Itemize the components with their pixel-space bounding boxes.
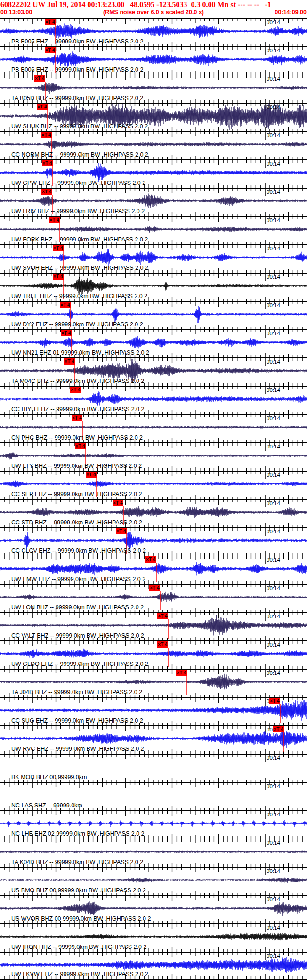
minute-label: 00:14: [267, 19, 280, 25]
waveform: [0, 336, 307, 348]
pick-marker[interactable]: ×T 4: [70, 387, 81, 393]
pick-marker[interactable]: ×T 4: [273, 726, 284, 732]
pick-marker[interactable]: ×T 4: [61, 330, 72, 336]
station-label: CC SUG EHZ -- 99999.0km BW .HIGHPASS 2.0…: [11, 718, 143, 724]
trace-row[interactable]: 00:14UW FORK BHZ -- 99999.0km BW .HIGHPA…: [0, 216, 307, 244]
station-label: US BMO BHZ 00 99999.0km BW .HIGHPASS 2.0…: [11, 888, 146, 894]
station-label: PB B006 EHZ -- 99999.0km BW .HIGHPASS 2.…: [11, 67, 143, 73]
pick-marker[interactable]: ×T 4: [157, 613, 168, 619]
minute-label: 00:14: [267, 189, 280, 195]
pick-marker[interactable]: ×T 4: [60, 302, 71, 308]
trace-row[interactable]: 00:14PB B006 EHZ -- 99999.0km BW .HIGHPA…: [0, 46, 307, 75]
event-summary-line: 60822202 UW Jul 19, 2014 00:13:23.00 48.…: [0, 0, 307, 9]
window-end-time: 00:14:09.00: [275, 9, 307, 16]
trace-row[interactable]: 00:14CC SUG EHZ -- 99999.0km BW .HIGHPAS…: [0, 697, 307, 725]
waveform: [0, 453, 307, 460]
trace-row[interactable]: 00:14UW SHUK BHZ -- 99999.0km BW .HIGHPA…: [0, 103, 307, 131]
waveform: [0, 820, 307, 827]
pick-marker[interactable]: ×T 4: [157, 641, 168, 648]
minute-label: 00:14: [267, 897, 280, 902]
row-divider: [0, 923, 307, 924]
station-label: NC LAS SHZ -- 99999.0km: [11, 803, 82, 809]
trace-row[interactable]: 00:14TA K04D BHZ -- 99999.0km BW .HIGHPA…: [0, 839, 307, 867]
pick-marker[interactable]: ×T 4: [42, 160, 53, 166]
pick-marker[interactable]: ×T 4: [145, 556, 156, 563]
row-divider: [0, 329, 307, 330]
trace-row[interactable]: 00:14UW IRON HHZ -- 99999.0km BW .HIGHPA…: [0, 923, 307, 952]
trace-row[interactable]: 00:14US WVOR BHZ 00 99999.0km BW .HIGHPA…: [0, 895, 307, 923]
pick-marker[interactable]: ×T 4: [45, 19, 56, 25]
pick-marker[interactable]: ×T 4: [72, 415, 82, 421]
waveform: [0, 391, 307, 408]
pick-marker[interactable]: ×T 4: [75, 443, 86, 449]
trace-row[interactable]: 00:14NC LHE EHZ 02 99999.0km BW .HIGHPAS…: [0, 810, 307, 839]
pick-marker[interactable]: ×T 4: [49, 217, 60, 223]
minute-label: 00:14: [267, 642, 280, 648]
trace-row[interactable]: 00:14BK MOD BHZ 00 99999.0km: [0, 754, 307, 782]
row-divider: [0, 414, 307, 415]
trace-row[interactable]: 00:14TA M04C BHZ -- 99999.0km BW .HIGHPA…: [0, 357, 307, 386]
station-label: UW RVC EHZ -- 99999.0km BW .HIGHPASS 2.0…: [11, 746, 144, 752]
minute-label: 00:14: [267, 783, 280, 789]
trace-row[interactable]: 00:14CC VALT BHZ -- 99999.0km BW .HIGHPA…: [0, 612, 307, 640]
station-label: TA B05D BHZ -- 99999.0km BW .HIGHPASS 2.…: [11, 95, 143, 101]
trace-row[interactable]: 00:14UW RVC EHZ -- 99999.0km BW .HIGHPAS…: [0, 725, 307, 754]
pick-marker[interactable]: ×T 4: [37, 104, 48, 110]
trace-row[interactable]: 00:14UW GLDO EHZ -- 99999.0km BW .HIGHPA…: [0, 640, 307, 669]
pick-marker[interactable]: ×T 4: [86, 472, 97, 478]
minute-label: 00:14: [267, 925, 280, 930]
trace-row[interactable]: 00:14US BMO BHZ 00 99999.0km BW .HIGHPAS…: [0, 867, 307, 895]
trace-row[interactable]: 00:14CN PHC BHZ -- 99999.0km BW .HIGHPAS…: [0, 414, 307, 442]
station-label: CC STD BHZ -- 99999.0km BW .HIGHPASS 2.0…: [11, 520, 142, 526]
trace-row[interactable]: 00:14UW TREE HHZ -- 99999.0km BW .HIGHPA…: [0, 273, 307, 301]
waveform: [0, 141, 307, 149]
pick-marker[interactable]: ×T 4: [64, 358, 75, 365]
pick-marker[interactable]: ×T 4: [269, 698, 280, 704]
minute-label: 00:14: [267, 161, 280, 166]
waveform: [0, 481, 307, 488]
trace-row[interactable]: 00:14UW NN21 EHZ 01 99999.0km BW .HIGHPA…: [0, 329, 307, 357]
seismogram-review-window: 60822202 UW Jul 19, 2014 00:13:23.00 48.…: [0, 0, 307, 980]
trace-row[interactable]: 00:14CC CLCV EHZ -- 99999.0km BW .HIGHPA…: [0, 527, 307, 556]
trace-row[interactable]: 00:14CC SEP EHZ -- 99999.0km BW .HIGHPAS…: [0, 471, 307, 499]
trace-row[interactable]: 00:14TA J04D BHZ -- 99999.0km BW .HIGHPA…: [0, 669, 307, 697]
pick-marker[interactable]: ×T 4: [113, 500, 123, 506]
trace-row[interactable]: 00:14TA B05D BHZ -- 99999.0km BW .HIGHPA…: [0, 75, 307, 103]
trace-row[interactable]: 00:14CC STD BHZ -- 99999.0km BW .HIGHPAS…: [0, 499, 307, 527]
station-label: UW FMW EHZ -- 99999.0km BW .HIGHPASS 2.0…: [11, 576, 145, 582]
trace-row[interactable]: 00:14UW DY2 EHZ -- 99999.0km BW .HIGHPAS…: [0, 301, 307, 329]
station-label: UW SVOH EHZ -- 99999.0km BW .HIGHPASS 2.…: [11, 265, 148, 271]
pick-marker[interactable]: ×T 4: [45, 47, 56, 53]
pick-marker[interactable]: ×T 4: [149, 585, 160, 591]
station-label: UW TREE HHZ -- 99999.0km BW .HIGHPASS 2.…: [11, 293, 147, 299]
trace-row[interactable]: 00:14UW LON BHZ -- 99999.0km BW .HIGHPAS…: [0, 584, 307, 612]
pick-marker[interactable]: ×T 4: [41, 189, 52, 195]
station-label: TA J04D BHZ -- 99999.0km BW .HIGHPASS 2.…: [11, 689, 142, 696]
pick-marker[interactable]: ×T 4: [53, 274, 64, 280]
minute-label: 00:14: [267, 670, 280, 676]
trace-row[interactable]: 00:14CC NORM BHZ -- 99999.0km BW .HIGHPA…: [0, 131, 307, 159]
trace-row[interactable]: 00:14UW SVOH EHZ -- 99999.0km BW .HIGHPA…: [0, 244, 307, 273]
trace-row[interactable]: 00:14CC HIYU EHZ -- 99999.0km BW .HIGHPA…: [0, 386, 307, 414]
pick-marker[interactable]: ×T 4: [34, 75, 45, 82]
waveform: [0, 933, 307, 940]
pick-marker[interactable]: ×T 4: [176, 670, 187, 676]
trace-row[interactable]: 00:14UW GPW EHZ -- 99999.0km BW .HIGHPAS…: [0, 159, 307, 188]
trace-row[interactable]: 00:14NC LAS SHZ -- 99999.0km: [0, 782, 307, 810]
pick-marker[interactable]: ×T 4: [41, 132, 52, 138]
row-divider: [0, 754, 307, 755]
row-divider: [0, 782, 307, 783]
pick-marker[interactable]: ×T 4: [116, 528, 127, 534]
trace-row[interactable]: 00:14UW LTY BHZ -- 99999.0km BW .HIGHPAS…: [0, 442, 307, 471]
trace-row[interactable]: 00:14UW LRIV BHZ -- 99999.0km BW .HIGHPA…: [0, 188, 307, 216]
station-label: UW GPW EHZ -- 99999.0km BW .HIGHPASS 2.0…: [11, 180, 145, 186]
rms-scale-note: (RMS noise over 6.0 s scaled 20.0 x): [0, 9, 307, 16]
trace-row[interactable]: 00:14UW LKVW EHZ -- 99999.0km BW .HIGHPA…: [0, 952, 307, 980]
station-label: CC NORM BHZ -- 99999.0km BW .HIGHPASS 2.…: [11, 152, 148, 158]
trace-row[interactable]: 00:14UW FMW EHZ -- 99999.0km BW .HIGHPAS…: [0, 556, 307, 584]
trace-row[interactable]: 00:14PB B005 EHZ -- 99999.0km BW .HIGHPA…: [0, 18, 307, 46]
pick-marker[interactable]: ×T 4: [53, 245, 64, 251]
row-divider: [0, 442, 307, 443]
minute-label: 00:14: [267, 812, 280, 817]
waveform: [0, 674, 307, 689]
